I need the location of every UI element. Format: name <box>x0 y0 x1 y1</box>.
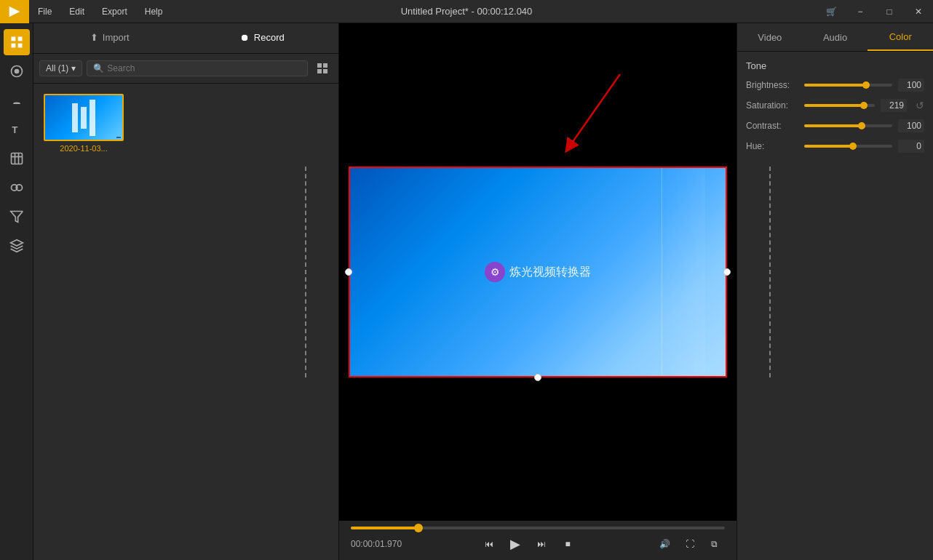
tab-audio[interactable]: Audio <box>803 23 868 51</box>
thumbnail-preview <box>45 95 122 140</box>
svg-rect-17 <box>323 69 327 73</box>
brightness-label: Brightness: <box>746 80 804 90</box>
saturation-slider[interactable] <box>804 104 875 107</box>
main-layout: T ⬆ Import ⏺ Record All (1) <box>0 23 933 560</box>
volume-button[interactable]: 🔊 <box>655 534 675 554</box>
hue-thumb[interactable] <box>849 143 857 150</box>
media-content: 2020-11-03... <box>33 84 338 560</box>
grid-toggle[interactable] <box>312 58 333 79</box>
sidebar-item-filters[interactable] <box>4 204 30 230</box>
resize-handle-left[interactable] <box>345 268 352 276</box>
brightness-thumb[interactable] <box>862 81 870 89</box>
forward-button[interactable]: ⏭ <box>531 534 552 554</box>
saturation-label: Saturation: <box>746 100 804 111</box>
brightness-slider-container: 100 <box>804 79 924 92</box>
contrast-slider[interactable] <box>804 124 892 127</box>
play-button[interactable]: ▶ <box>505 534 525 554</box>
svg-rect-14 <box>317 63 322 68</box>
sidebar-item-transitions[interactable] <box>4 175 30 201</box>
close-button[interactable]: ✕ <box>904 0 933 23</box>
svg-rect-15 <box>323 63 327 68</box>
tab-video[interactable]: Video <box>737 23 803 51</box>
saturation-thumb[interactable] <box>860 102 868 109</box>
svg-rect-2 <box>17 37 22 41</box>
time-display: 00:00:01.970 <box>351 539 402 549</box>
media-panel: ⬆ Import ⏺ Record All (1) ▾ 🔍 <box>33 23 339 560</box>
pip-button[interactable]: ⧉ <box>704 534 725 554</box>
crop-guide-left <box>305 167 306 377</box>
import-label: Import <box>103 32 130 43</box>
saturation-fill <box>804 104 864 107</box>
fullscreen-button[interactable]: ⛶ <box>680 534 700 554</box>
menu-file[interactable]: File <box>29 0 60 23</box>
watermark-icon: ⚙ <box>485 262 505 282</box>
props-tabs: Video Audio Color <box>737 23 933 52</box>
transport-controls: ⏮ ▶ ⏭ ■ <box>479 534 578 554</box>
center-column: ⚙ 炼光视频转换器 00:00:01.970 ⏮ <box>339 23 737 560</box>
resize-handle-right[interactable] <box>723 268 731 276</box>
menu-help[interactable]: Help <box>136 0 172 23</box>
preview-controls: 00:00:01.970 ⏮ ▶ ⏭ ■ 🔊 ⛶ ⧉ <box>339 521 737 560</box>
saturation-row: Saturation: 219 ↺ <box>746 99 924 112</box>
contrast-slider-container: 100 <box>804 119 924 132</box>
saturation-value: 219 <box>881 99 907 112</box>
svg-text:T: T <box>12 124 17 135</box>
light-beam <box>662 167 705 377</box>
crop-guide-right <box>769 167 771 377</box>
search-icon: 🔍 <box>93 63 104 73</box>
preview-timeline[interactable] <box>351 527 725 529</box>
media-filename: 2020-11-03... <box>60 144 107 153</box>
menu-export[interactable]: Export <box>93 0 136 23</box>
sidebar-item-tools[interactable] <box>4 233 30 259</box>
brightness-fill <box>804 84 866 87</box>
video-content: ⚙ 炼光视频转换器 <box>349 167 727 377</box>
timeline-progress <box>351 527 418 529</box>
resize-handle-bottom[interactable] <box>534 374 541 381</box>
svg-point-6 <box>14 69 19 74</box>
hue-value: 0 <box>898 140 924 153</box>
sidebar-item-text[interactable]: T <box>4 116 30 143</box>
search-box: 🔍 <box>87 60 308 76</box>
icon-sidebar: T <box>0 23 33 560</box>
watermark-text: 炼光视频转换器 <box>509 265 591 280</box>
brightness-slider[interactable] <box>804 84 892 87</box>
shop-icon[interactable]: 🛒 <box>817 0 846 23</box>
svg-rect-3 <box>11 44 15 48</box>
menu-edit[interactable]: Edit <box>60 0 93 23</box>
search-input[interactable] <box>107 63 301 73</box>
hue-slider[interactable] <box>804 145 892 148</box>
timeline-scrubber[interactable] <box>414 524 423 532</box>
sidebar-item-audio[interactable] <box>4 87 30 113</box>
import-tab[interactable]: ⬆ Import <box>33 23 186 54</box>
saturation-slider-container: 219 ↺ <box>804 99 924 112</box>
sidebar-item-effects[interactable] <box>4 58 30 84</box>
saturation-reset[interactable]: ↺ <box>916 100 924 111</box>
maximize-button[interactable]: □ <box>875 0 904 23</box>
filter-dropdown[interactable]: All (1) ▾ <box>39 60 82 76</box>
contrast-value: 100 <box>898 119 924 132</box>
preview-area: ⚙ 炼光视频转换器 <box>339 23 737 521</box>
svg-marker-0 <box>9 6 20 17</box>
record-tab[interactable]: ⏺ Record <box>186 23 339 54</box>
hue-slider-container: 0 <box>804 140 924 153</box>
red-arrow <box>558 67 624 156</box>
media-toolbar: All (1) ▾ 🔍 <box>33 54 338 84</box>
app-logo <box>0 0 29 23</box>
hue-fill <box>804 145 853 148</box>
minimize-button[interactable]: − <box>846 0 875 23</box>
rewind-button[interactable]: ⏮ <box>479 534 499 554</box>
controls-right: 🔊 ⛶ ⧉ <box>655 534 725 554</box>
titlebar: File Edit Export Help Untitled Project* … <box>0 0 933 23</box>
import-icon: ⬆ <box>90 32 98 43</box>
sidebar-item-stickers[interactable] <box>4 145 30 172</box>
tab-color[interactable]: Color <box>868 23 933 51</box>
controls-left: 00:00:01.970 <box>351 539 402 549</box>
sidebar-item-media[interactable] <box>4 29 30 55</box>
window-title: Untitled Project* - 00:00:12.040 <box>401 6 533 17</box>
contrast-fill <box>804 124 862 127</box>
stop-button[interactable]: ■ <box>557 534 578 554</box>
media-item[interactable]: 2020-11-03... <box>44 94 124 153</box>
record-icon: ⏺ <box>240 32 250 43</box>
svg-rect-4 <box>17 44 22 48</box>
contrast-thumb[interactable] <box>858 122 865 129</box>
